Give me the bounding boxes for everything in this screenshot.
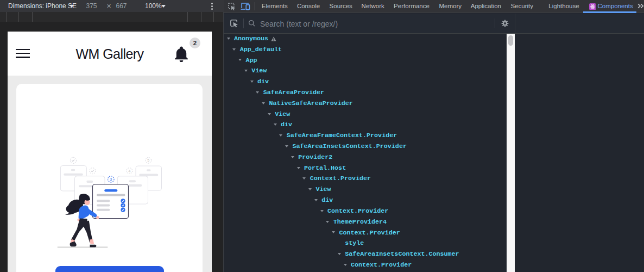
svg-text:4: 4 [128, 169, 130, 173]
svg-text:5: 5 [147, 158, 149, 162]
svg-text:3: 3 [110, 177, 112, 181]
